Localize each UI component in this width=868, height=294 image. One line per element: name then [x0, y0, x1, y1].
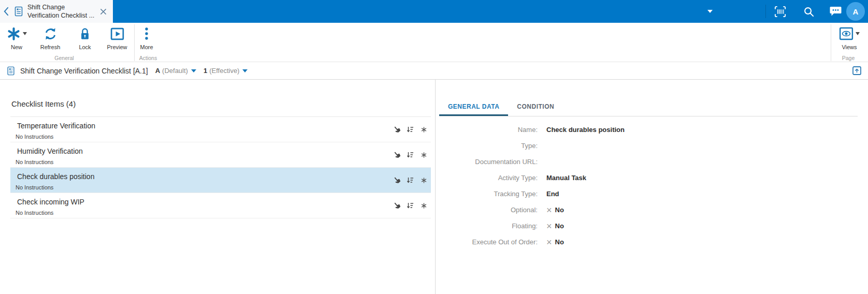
- chevron-down-icon: [191, 69, 196, 72]
- preview-play-icon: [110, 27, 124, 40]
- field-optional: Optional: ×No: [436, 202, 625, 218]
- chevron-down-icon: [242, 69, 248, 72]
- x-mark-icon: ×: [546, 207, 552, 214]
- version-selector[interactable]: A (Default): [155, 67, 196, 75]
- close-icon: [100, 8, 107, 15]
- manual-hand-icon[interactable]: [393, 125, 401, 134]
- field-execute-out-of-order: Execute Out of Order: ×No: [436, 234, 625, 250]
- field-floating: Floating: ×No: [436, 218, 625, 234]
- row-actions: [393, 176, 428, 184]
- list-item-check-durables-position[interactable]: Check durables position No Instructions: [10, 168, 431, 193]
- row-actions: [393, 201, 428, 210]
- checklist-items-header: Checklist Items (4): [11, 99, 76, 108]
- ribbon-group-divider: [831, 24, 831, 61]
- checklist-document-icon: [6, 66, 16, 76]
- topbar-divider: [765, 5, 766, 18]
- revision-qualifier: (Effective): [209, 67, 239, 75]
- views-button[interactable]: Views: [833, 25, 866, 50]
- revision-value: 1: [204, 67, 207, 75]
- sort-list-icon[interactable]: [406, 176, 414, 184]
- checklist-item-name: Check durables position: [10, 168, 431, 181]
- preview-button-label: Preview: [107, 44, 127, 50]
- sort-list-icon[interactable]: [406, 151, 414, 159]
- checklist-item-name: Check incoming WIP: [10, 193, 431, 207]
- checklist-item-instructions: No Instructions: [10, 134, 431, 140]
- version-value: A: [155, 67, 160, 75]
- sort-list-icon[interactable]: [406, 125, 414, 134]
- breadcrumb: Shift Change Verification Checklist [A.1…: [0, 62, 868, 80]
- page-title: Shift Change Verification Checklist [A.1…: [20, 67, 148, 75]
- asterisk-icon[interactable]: [419, 125, 428, 134]
- lock-button-label: Lock: [79, 44, 91, 50]
- row-actions: [393, 151, 428, 159]
- views-button-label: Views: [842, 44, 857, 50]
- checklist-item-instructions: No Instructions: [10, 159, 431, 165]
- field-tracking-type: Tracking Type: End: [436, 186, 625, 202]
- chat-icon: [829, 5, 842, 18]
- refresh-icon: [44, 27, 57, 41]
- asterisk-icon[interactable]: [419, 176, 428, 184]
- preview-button[interactable]: Preview: [102, 25, 133, 50]
- main-content: Checklist Items (4) Temperature Verifica…: [0, 80, 868, 294]
- detail-tabs: GENERAL DATA CONDITION: [439, 98, 858, 116]
- checklist-items-list: Temperature Verification No Instructions…: [10, 116, 431, 218]
- more-button[interactable]: More: [131, 25, 162, 50]
- asterisk-icon[interactable]: [419, 151, 428, 159]
- x-mark-icon: ×: [546, 223, 552, 230]
- refresh-button[interactable]: Refresh: [35, 25, 66, 50]
- user-avatar[interactable]: A: [846, 2, 865, 21]
- manual-hand-icon[interactable]: [393, 151, 401, 159]
- back-button[interactable]: [0, 0, 11, 23]
- collapse-panel-button[interactable]: [852, 66, 861, 75]
- field-type: Type:: [436, 138, 625, 154]
- list-item-temperature-verification[interactable]: Temperature Verification No Instructions: [10, 117, 431, 142]
- field-name: Name: Check durables position: [436, 122, 625, 138]
- dropdown-caret-icon: [23, 32, 27, 35]
- tab-close-button[interactable]: [97, 5, 109, 18]
- list-item-humidity-verification[interactable]: Humidity Verification No Instructions: [10, 142, 431, 168]
- ribbon-group-general: General: [54, 55, 74, 61]
- arrow-up-box-icon: [852, 66, 861, 75]
- search-button[interactable]: [801, 0, 816, 23]
- revision-selector[interactable]: 1 (Effective): [204, 67, 248, 75]
- checklist-item-instructions: No Instructions: [10, 210, 431, 216]
- new-asterisk-icon: [7, 27, 21, 41]
- manual-hand-icon[interactable]: [393, 176, 401, 184]
- tab-condition[interactable]: CONDITION: [508, 98, 563, 116]
- new-button[interactable]: New: [1, 25, 32, 50]
- open-page-tab[interactable]: Shift Change Verification Checklist ...: [0, 0, 113, 23]
- ribbon-group-actions: Actions: [139, 55, 157, 61]
- checklist-item-instructions: No Instructions: [10, 184, 431, 190]
- more-dots-icon: [144, 27, 149, 40]
- back-chevron-icon: [3, 7, 9, 16]
- dropdown-caret-icon: [856, 32, 860, 35]
- field-activity-type: Activity Type: Manual Task: [436, 170, 625, 186]
- new-button-label: New: [11, 44, 22, 50]
- search-icon: [803, 6, 815, 18]
- list-item-check-incoming-wip[interactable]: Check incoming WIP No Instructions: [10, 193, 431, 218]
- manual-hand-icon[interactable]: [393, 201, 401, 210]
- chevron-down-icon: [707, 9, 713, 13]
- topbar-menu-dropdown[interactable]: [703, 0, 717, 23]
- refresh-button-label: Refresh: [40, 44, 61, 50]
- barcode-scan-button[interactable]: [772, 0, 788, 23]
- lock-icon: [79, 27, 91, 41]
- messages-button[interactable]: [827, 0, 844, 23]
- top-bar: Shift Change Verification Checklist ... …: [0, 0, 868, 23]
- checklist-document-icon: [13, 6, 24, 17]
- tab-title: Shift Change Verification Checklist ...: [27, 3, 96, 20]
- views-eye-icon: [839, 27, 853, 40]
- ribbon-toolbar: New Refresh Lock: [0, 23, 868, 62]
- sort-list-icon[interactable]: [406, 201, 414, 210]
- asterisk-icon[interactable]: [419, 201, 428, 210]
- x-mark-icon: ×: [546, 239, 552, 246]
- lock-button[interactable]: Lock: [69, 25, 100, 50]
- checklist-item-name: Humidity Verification: [10, 142, 431, 156]
- barcode-icon: [773, 5, 787, 19]
- row-actions: [393, 125, 428, 134]
- checklist-item-name: Temperature Verification: [10, 117, 431, 130]
- field-documentation-url: Documentation URL:: [436, 154, 625, 170]
- more-button-label: More: [140, 44, 153, 50]
- tab-general-data[interactable]: GENERAL DATA: [439, 98, 508, 116]
- general-data-fields: Name: Check durables position Type: Docu…: [436, 122, 625, 250]
